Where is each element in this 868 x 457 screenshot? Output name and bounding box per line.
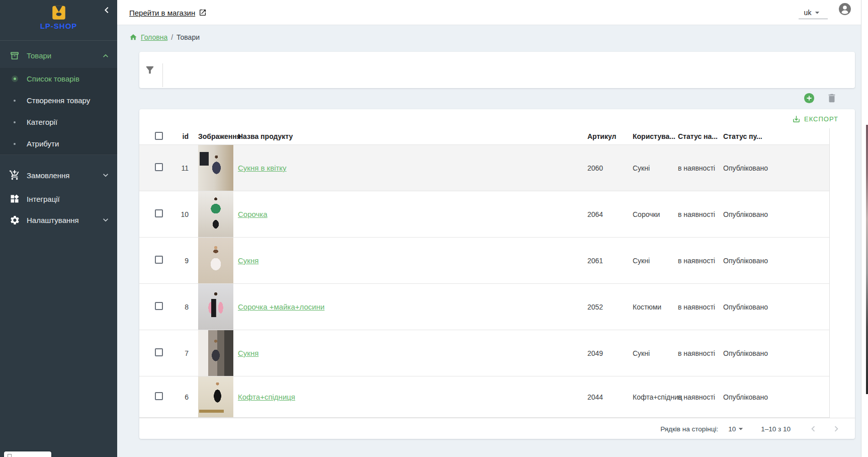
trash-icon xyxy=(826,93,837,104)
row-checkbox[interactable] xyxy=(155,163,163,171)
sidebar-item-attributes[interactable]: Атрибути xyxy=(0,133,117,155)
header-sku: Артикул xyxy=(587,132,633,140)
divider xyxy=(0,40,117,41)
filter-panel xyxy=(139,52,855,88)
window-edge-strip xyxy=(861,0,868,457)
product-link[interactable]: Сукня xyxy=(238,349,258,357)
box-archive-icon xyxy=(9,51,20,61)
product-image xyxy=(198,145,233,191)
sidebar-item-integrations[interactable]: Інтеграції xyxy=(0,188,117,210)
sidebar-item-categories[interactable]: Категорії xyxy=(0,111,117,133)
header-image: Зображення xyxy=(198,132,238,140)
row-checkbox[interactable] xyxy=(155,348,163,356)
cell-availability: в наявності xyxy=(678,303,723,311)
header-category: Користува... xyxy=(633,132,678,140)
cell-publication: Опубліковано xyxy=(723,257,830,265)
shopping-bag-logo-icon xyxy=(50,4,68,21)
caret-down-icon xyxy=(736,424,746,434)
chevron-down-icon xyxy=(101,215,111,225)
cell-sku: 2049 xyxy=(587,349,633,357)
funnel-icon xyxy=(144,64,156,75)
account-avatar-button[interactable] xyxy=(838,3,851,16)
product-image xyxy=(198,191,233,237)
download-icon xyxy=(792,115,801,123)
cell-sku: 2052 xyxy=(587,303,633,311)
cell-sku: 2061 xyxy=(587,257,633,265)
pagination-range: 1–10 з 10 xyxy=(761,425,791,433)
select-all-checkbox[interactable] xyxy=(155,132,163,140)
cell-category: Кофта+спідниц xyxy=(633,393,678,401)
gear-icon xyxy=(9,215,20,225)
cell-category: Сорочки xyxy=(633,210,678,218)
bullet-icon xyxy=(14,143,16,145)
cell-availability: в наявності xyxy=(678,393,723,401)
rows-per-page-label: Рядків на сторінці: xyxy=(660,425,718,433)
header-name: Назва продукту xyxy=(238,132,587,140)
sidebar-item-label: Товари xyxy=(27,51,101,60)
filter-button[interactable] xyxy=(144,64,156,77)
sidebar-item-orders[interactable]: Замовлення xyxy=(0,164,117,186)
browser-status-tooltip xyxy=(4,451,51,457)
add-product-button[interactable] xyxy=(804,93,815,104)
product-link[interactable]: Сорочка xyxy=(238,210,268,218)
cell-publication: Опубліковано xyxy=(723,349,830,357)
cell-id: 10 xyxy=(170,210,198,218)
next-page-button[interactable] xyxy=(831,423,842,434)
sidebar-item-label: Список товарів xyxy=(27,74,79,83)
product-link[interactable]: Кофта+спідниця xyxy=(238,393,295,401)
delete-selected-button[interactable] xyxy=(826,93,837,104)
sidebar-item-settings[interactable]: Налаштування xyxy=(0,209,117,231)
breadcrumb-separator: / xyxy=(171,33,173,41)
cell-category: Костюми xyxy=(633,303,678,311)
cell-sku: 2064 xyxy=(587,210,633,218)
cell-availability: в наявності xyxy=(678,349,723,357)
account-circle-icon xyxy=(838,3,851,16)
sidebar: LP-SHOP Товари Список товарів Створення … xyxy=(0,0,117,457)
cell-availability: в наявності xyxy=(678,210,723,218)
rows-per-page-select[interactable]: 10 xyxy=(728,424,746,434)
logo-text: LP-SHOP xyxy=(0,22,117,30)
previous-page-button[interactable] xyxy=(808,423,819,434)
cell-category: Сукні xyxy=(633,257,678,265)
cell-id: 6 xyxy=(170,393,198,401)
cell-id: 7 xyxy=(170,349,198,357)
row-checkbox[interactable] xyxy=(155,256,163,264)
divider xyxy=(162,63,163,87)
product-image xyxy=(198,284,233,330)
cart-plus-icon xyxy=(9,170,20,181)
cell-publication: Опубліковано xyxy=(723,210,830,218)
cell-sku: 2044 xyxy=(587,393,633,401)
sidebar-item-label: Налаштування xyxy=(27,216,101,224)
sidebar-item-label: Замовлення xyxy=(27,171,101,180)
export-button[interactable]: ЕКСПОРТ xyxy=(792,115,838,123)
product-image xyxy=(198,330,233,376)
product-link[interactable]: Сукня xyxy=(238,256,258,265)
tooltip-icon xyxy=(8,454,12,457)
table-row: 11 Сукня в квітку 2060 Сукні в наявності… xyxy=(139,145,829,191)
cell-category: Сукні xyxy=(633,164,678,172)
product-link[interactable]: Сукня в квітку xyxy=(238,164,287,172)
offscreen-content-sliver xyxy=(866,125,868,394)
sidebar-item-product-list[interactable]: Список товарів xyxy=(0,68,117,90)
sidebar-item-product-create[interactable]: Створення товару xyxy=(0,90,117,111)
topbar: Перейти в магазин uk xyxy=(117,0,868,25)
language-select[interactable]: uk xyxy=(799,7,828,19)
product-link[interactable]: Сорочка +майка+лосини xyxy=(238,302,324,311)
sidebar-item-label: Інтеграції xyxy=(27,195,117,203)
go-to-store-link[interactable]: Перейти в магазин xyxy=(129,0,207,25)
header-id: id xyxy=(170,132,198,140)
row-checkbox[interactable] xyxy=(155,209,163,217)
header-availability: Статус на... xyxy=(678,132,723,140)
breadcrumb-current: Товари xyxy=(177,33,200,41)
app-logo[interactable]: LP-SHOP xyxy=(0,4,117,30)
sidebar-item-products[interactable]: Товари xyxy=(0,43,117,68)
table-row: 8 Сорочка +майка+лосини 2052 Костюми в н… xyxy=(139,284,829,330)
row-checkbox[interactable] xyxy=(155,392,163,400)
active-bullet-icon xyxy=(12,75,18,82)
table-grid: id Зображення Назва продукту Артикул Кор… xyxy=(139,128,830,418)
row-checkbox[interactable] xyxy=(155,302,163,310)
cell-id: 9 xyxy=(170,257,198,265)
add-circle-icon xyxy=(804,93,815,104)
breadcrumb-home-link[interactable]: Головна xyxy=(141,33,167,41)
breadcrumb: Головна / Товари xyxy=(129,31,200,43)
